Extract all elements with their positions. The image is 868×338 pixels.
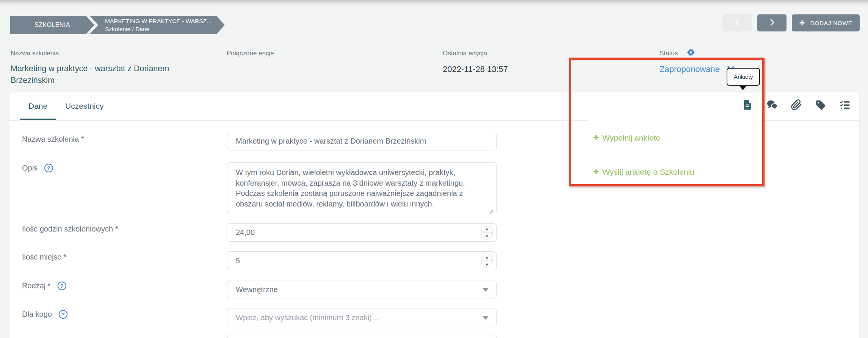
send-survey-label: Wyślij ankietę o Szkoleniu (602, 167, 694, 177)
checklist-icon[interactable] (839, 99, 851, 111)
add-new-label: DODAJ NOWE (810, 20, 852, 27)
ankiety-tooltip: Ankiety (727, 68, 760, 86)
training-card: Dane Uczestnicy (9, 92, 859, 338)
last-edit-label: Ostatnia edycja (443, 50, 487, 57)
breadcrumb-current-title: MARKETING W PRAKTYCE - WARSZ... (105, 17, 225, 25)
for-whom-select[interactable]: Wpisz, aby wyszukać (minimum 3 znaki)... (227, 308, 497, 327)
field-label-text: Dla kogo (22, 310, 52, 319)
field-label-text: Rodzaj * (22, 282, 51, 290)
next-record-button[interactable] (757, 14, 787, 31)
field-label-text: Ilość godzin szkoleniowych * (22, 225, 118, 233)
stepper-up-icon[interactable]: ˄ (481, 226, 492, 233)
caret-down-icon (483, 288, 489, 292)
training-name-input[interactable] (227, 132, 497, 150)
tab-uczestnicy[interactable]: Uczestnicy (65, 102, 104, 111)
breadcrumb-root-label: SZKOLENIA (34, 22, 70, 28)
linked-entities-label: Połączone encje (227, 50, 274, 57)
tab-dane[interactable]: Dane (28, 102, 47, 111)
send-survey-link[interactable]: + Wyślij ankietę o Szkoleniu (593, 167, 697, 177)
chevron-left-icon (734, 19, 740, 27)
kind-select-value: Wewnętrzne (236, 285, 278, 294)
chevron-right-icon (769, 19, 775, 27)
top-shadow (0, 0, 868, 7)
attachment-paperclip-icon[interactable] (791, 99, 802, 111)
field-label-text: Ilość miejsc * (22, 253, 66, 261)
training-name-meta-value: Marketing w praktyce - warsztat z Dorian… (11, 63, 189, 86)
hours-number-field: 24,00 ˄˅ (227, 223, 497, 242)
field-label-rodzaj: Rodzaj * ? (22, 282, 66, 290)
textarea-resize-grip-icon[interactable] (488, 208, 494, 214)
field-label-opis: Opis ? (22, 164, 53, 172)
next-field-partial[interactable] (227, 335, 497, 338)
plus-icon: + (593, 167, 599, 177)
plus-icon: + (593, 133, 599, 142)
comments-icon[interactable] (766, 99, 778, 111)
seats-number-input[interactable]: 5 (227, 252, 496, 270)
field-label-ilosc-miejsc: Ilość miejsc * (22, 253, 66, 261)
fill-survey-link[interactable]: + Wypełnij ankietę (593, 133, 663, 142)
status-value[interactable]: Zaproponowane (660, 64, 720, 74)
breadcrumb-current[interactable]: MARKETING W PRAKTYCE - WARSZ... Szkoleni… (90, 16, 225, 34)
seats-number-field: 5 ˄˅ (227, 251, 497, 270)
field-label-text: Nazwa szkolenia * (22, 135, 84, 144)
kind-select[interactable]: Wewnętrzne (227, 280, 497, 299)
stepper-up-icon[interactable]: ˄ (481, 254, 492, 261)
number-stepper[interactable]: ˄˅ (481, 225, 493, 239)
for-whom-placeholder: Wpisz, aby wyszukać (minimum 3 znaki)... (236, 313, 378, 322)
help-icon[interactable]: ? (59, 310, 67, 319)
help-icon[interactable]: ? (44, 164, 53, 172)
breadcrumb-root[interactable]: SZKOLENIA (10, 16, 94, 34)
hours-number-input[interactable]: 24,00 (227, 224, 496, 241)
field-label-nazwa-szkolenia: Nazwa szkolenia * (22, 135, 84, 144)
tab-divider-right (763, 120, 859, 121)
tab-divider-left (9, 120, 589, 121)
caret-down-icon (483, 316, 489, 320)
status-label: Status (660, 50, 678, 57)
help-icon[interactable]: ? (58, 282, 66, 290)
status-gear-icon[interactable] (687, 49, 695, 56)
field-label-dla-kogo: Dla kogo ? (22, 310, 67, 319)
plus-icon: + (799, 18, 805, 28)
number-stepper[interactable]: ˄˅ (481, 254, 493, 268)
page: SZKOLENIA MARKETING W PRAKTYCE - WARSZ..… (0, 0, 868, 338)
field-label-ilosc-godzin: Ilość godzin szkoleniowych * (22, 225, 118, 233)
previous-record-button[interactable] (722, 14, 752, 31)
tooltip-arrow (740, 86, 746, 90)
fill-survey-label: Wypełnij ankietę (602, 133, 660, 142)
field-label-text: Opis (22, 164, 38, 172)
add-new-button[interactable]: + DODAJ NOWE (792, 14, 860, 31)
surveys-document-icon[interactable] (742, 99, 753, 111)
tag-icon[interactable] (815, 99, 826, 111)
last-edit-value: 2022-11-28 13:57 (443, 64, 508, 74)
training-name-meta-label: Nazwa szkolenia (11, 50, 59, 57)
breadcrumb-current-subtitle: Szkolenie / Dane (105, 25, 225, 33)
description-textarea[interactable]: W tym roku Dorian, wieloletni wykładowca… (227, 162, 497, 214)
